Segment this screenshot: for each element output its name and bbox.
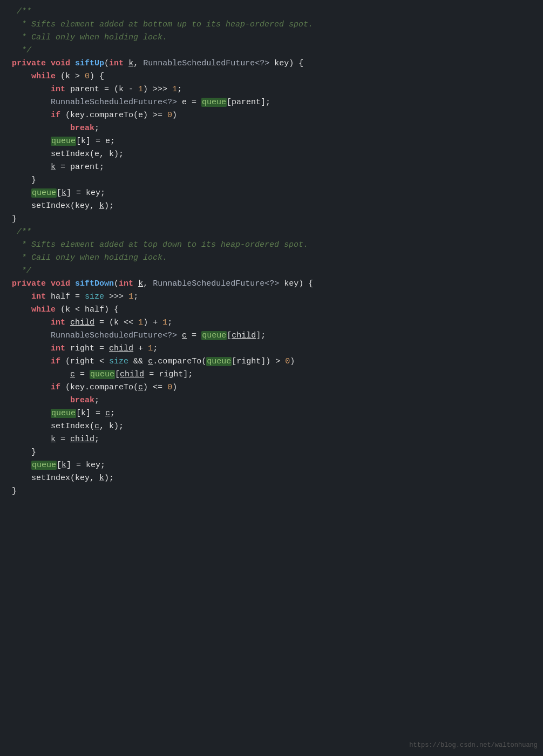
code-line: private void siftUp(int k, RunnableSched…	[11, 57, 538, 70]
code-line: /**	[11, 226, 538, 239]
code-line: }	[11, 174, 538, 187]
code-line: queue[k] = key;	[11, 187, 538, 200]
code-line: queue[k] = e;	[11, 135, 538, 148]
code-line: int right = child + 1;	[11, 342, 538, 355]
code-line: int child = (k << 1) + 1;	[11, 316, 538, 329]
code-line: if (key.compareTo(c) <= 0)	[11, 381, 538, 394]
code-line: setIndex(c, k);	[11, 420, 538, 433]
code-line: setIndex(key, k);	[11, 472, 538, 485]
code-editor: /** * Sifts element added at bottom up t…	[5, 5, 543, 498]
code-line: queue[k] = key;	[11, 459, 538, 472]
code-line: if (key.compareTo(e) >= 0)	[11, 109, 538, 122]
code-line: */	[11, 44, 538, 57]
code-line: * Sifts element added at top down to its…	[11, 239, 538, 252]
code-line: /**	[11, 5, 538, 18]
footer-url: https://blog.csdn.net/waltonhuang	[409, 740, 538, 751]
code-line: if (right < size && c.compareTo(queue[ri…	[11, 355, 538, 368]
code-line: */	[11, 265, 538, 278]
code-line: * Sifts element added at bottom up to it…	[11, 18, 538, 31]
code-line: queue[k] = c;	[11, 407, 538, 420]
code-line: c = queue[child = right];	[11, 368, 538, 381]
code-line: }	[11, 213, 538, 226]
code-line: private void siftDown(int k, RunnableSch…	[11, 278, 538, 291]
code-line: int half = size >>> 1;	[11, 291, 538, 303]
code-line: k = parent;	[11, 161, 538, 174]
code-line: while (k > 0) {	[11, 70, 538, 83]
code-line: break;	[11, 394, 538, 407]
code-line: break;	[11, 122, 538, 135]
code-line: * Call only when holding lock.	[11, 252, 538, 265]
code-line: int parent = (k - 1) >>> 1;	[11, 83, 538, 96]
code-line: while (k < half) {	[11, 303, 538, 316]
code-line: }	[11, 446, 538, 459]
code-line: k = child;	[11, 433, 538, 446]
code-line: setIndex(e, k);	[11, 148, 538, 161]
code-line: RunnableScheduledFuture<?> c = queue[chi…	[11, 329, 538, 342]
code-line: RunnableScheduledFuture<?> e = queue[par…	[11, 96, 538, 109]
code-line: setIndex(key, k);	[11, 200, 538, 213]
code-line: }	[11, 485, 538, 498]
code-line: * Call only when holding lock.	[11, 31, 538, 44]
